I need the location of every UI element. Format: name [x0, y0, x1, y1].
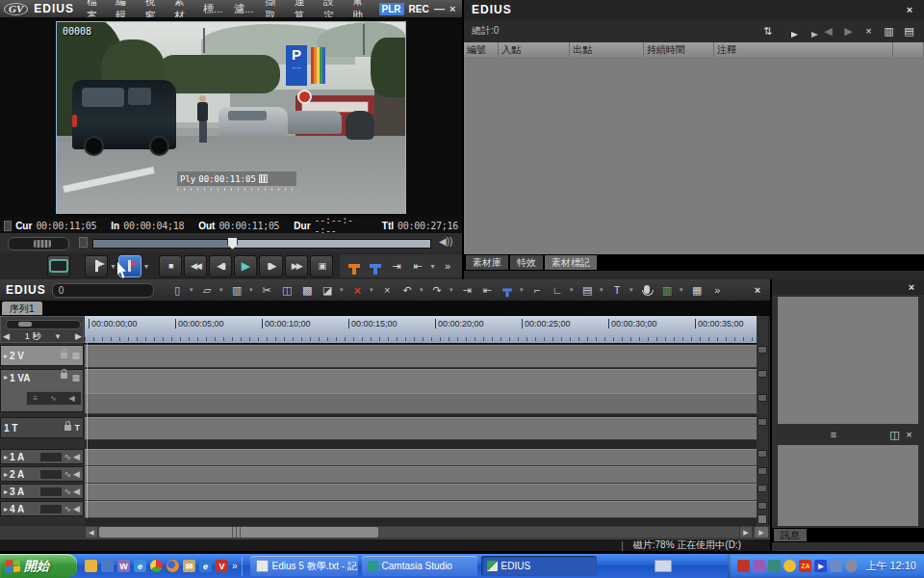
menu-filter[interactable]: 濾... — [229, 2, 258, 16]
trim-dropdown-icon[interactable]: ▾ — [568, 286, 576, 294]
taskbar-item-camtasia[interactable]: Camtasia Studio — [362, 556, 477, 576]
title-tool-button[interactable]: T — [609, 282, 626, 298]
voiceover-button[interactable] — [639, 282, 655, 298]
minimize-icon[interactable]: — — [434, 3, 446, 14]
fast-forward-button[interactable]: ▶▶ — [285, 255, 308, 277]
capture-button[interactable] — [47, 255, 70, 277]
ripple-delete-button[interactable]: × — [379, 282, 396, 298]
view-mode-icon[interactable]: ▤ — [902, 25, 916, 38]
folder-icon[interactable] — [85, 560, 97, 572]
timeline-playhead-line[interactable] — [87, 343, 88, 518]
add-to-timeline-button[interactable]: ⇥ — [459, 282, 475, 298]
track-row-2v[interactable] — [85, 345, 757, 368]
tray-messenger-icon[interactable] — [783, 560, 796, 572]
set-in-flag-button[interactable] — [85, 255, 108, 277]
tab-bin[interactable]: 素材庫 — [466, 255, 508, 270]
play-button[interactable]: ▶ — [234, 255, 257, 277]
vscroll-button[interactable] — [757, 370, 767, 378]
track-row-1t[interactable] — [85, 417, 757, 440]
zoom-slider-thumb[interactable] — [18, 322, 32, 327]
mute-solo-box-2a[interactable] — [39, 469, 63, 480]
delete-button[interactable]: × — [349, 282, 366, 298]
add-in-marker-button[interactable] — [344, 257, 365, 275]
column-number[interactable]: 編號 — [464, 42, 499, 57]
sequence-tab[interactable]: 序列1 — [2, 302, 42, 315]
lock-icon-1t[interactable] — [64, 425, 71, 431]
tray-camera-icon[interactable] — [753, 560, 765, 572]
title-track-icon[interactable]: T — [75, 423, 81, 433]
expand-icon-4a[interactable]: ▸ — [4, 505, 8, 513]
quicklaunch-more-icon[interactable]: » — [232, 561, 238, 571]
chrome-icon[interactable] — [150, 560, 163, 572]
internet-explorer-icon[interactable]: e — [134, 560, 146, 572]
vscroll-down-button[interactable] — [757, 514, 767, 524]
vscroll-button[interactable] — [757, 502, 767, 510]
firefox-icon[interactable] — [167, 560, 179, 572]
more-toolbar-icon[interactable]: » — [709, 282, 726, 298]
panel-options-icon[interactable]: ◫ — [887, 429, 902, 441]
waveform-icon-4a[interactable]: ∿ — [64, 504, 72, 513]
timeline-zoom-slider[interactable] — [6, 320, 81, 329]
track-header-2a[interactable]: ▸ 2 A ∿ ◀ — [0, 466, 84, 482]
export-button[interactable]: ▥ — [659, 282, 676, 298]
waveform-icon-2a[interactable]: ∿ — [64, 469, 72, 479]
title-dropdown-icon[interactable]: ▾ — [628, 286, 635, 294]
internet-explorer-2-icon[interactable]: e — [199, 560, 212, 572]
tab-clip-markers[interactable]: 素材標記 — [545, 255, 597, 270]
jog-slider[interactable] — [8, 237, 69, 250]
vr-app-icon[interactable]: V — [216, 560, 228, 572]
bin-close-icon[interactable]: × — [903, 4, 916, 15]
delete-dropdown-icon[interactable]: ▾ — [368, 286, 375, 294]
expand-icon[interactable]: ▸ — [4, 352, 8, 360]
mute-solo-box-4a[interactable] — [39, 504, 63, 514]
save-project-button[interactable]: ▥ — [229, 282, 245, 298]
track-panel-icon-1va[interactable]: ▦ — [71, 373, 80, 382]
previous-frame-button[interactable]: ◀▮ — [209, 255, 232, 277]
track-panel-icon[interactable]: ▦ — [71, 351, 80, 360]
timeline-search-field[interactable] — [52, 283, 154, 298]
stop-button[interactable]: ■ — [159, 255, 182, 277]
waveform-icon-3a[interactable]: ∿ — [64, 486, 72, 496]
track-1va-audio-subrow[interactable]: ≡ ∿ ◀ — [26, 391, 82, 406]
tray-zonealarm-icon[interactable]: ZA — [799, 560, 811, 572]
mixer-button[interactable]: ▦ — [689, 282, 706, 298]
tray-media-player-icon[interactable]: ▶ — [814, 560, 827, 572]
mode-button[interactable]: ⌐ — [529, 282, 546, 298]
vscroll-button[interactable] — [757, 450, 767, 458]
start-button[interactable]: 開始 — [0, 554, 77, 578]
language-bar-icon[interactable] — [654, 560, 672, 572]
hscroll-corner-button[interactable]: ▶ — [755, 527, 768, 538]
add-marker-button-tl[interactable] — [500, 282, 516, 298]
replace-button[interactable]: ◪ — [320, 282, 336, 298]
zoom-dropdown-icon[interactable]: ▾ — [56, 331, 61, 341]
hscroll-thumb[interactable] — [99, 527, 378, 538]
track-header-1va[interactable]: ▸ 1 VA ▦ ≡ ∿ ◀ — [0, 369, 84, 412]
add-marker-button[interactable] — [365, 257, 386, 275]
track-row-1va-video[interactable] — [85, 369, 757, 394]
vscroll-button[interactable] — [757, 394, 767, 402]
trim-button[interactable]: ∟ — [550, 282, 566, 298]
export-dropdown-icon[interactable]: ▾ — [678, 286, 685, 294]
rec-mode-badge[interactable]: REC — [406, 3, 432, 15]
timeline-vertical-scrollbar[interactable] — [757, 316, 768, 526]
expand-icon-3a[interactable]: ▸ — [4, 487, 8, 496]
sort-icon[interactable]: ⇅ — [760, 25, 775, 38]
export-marker-icon[interactable]: ▥ — [882, 25, 896, 38]
track-row-4a[interactable] — [85, 501, 757, 518]
tray-display-icon[interactable] — [830, 560, 842, 572]
redo-dropdown-icon[interactable]: ▾ — [448, 286, 455, 294]
timeline-horizontal-scrollbar[interactable]: ◀ ▶ ▶ — [0, 526, 770, 539]
expand-icon-1va[interactable]: ▸ — [4, 373, 8, 381]
track-row-2a[interactable] — [85, 466, 757, 484]
match-dropdown-icon[interactable]: ▾ — [598, 286, 605, 294]
media-app-icon[interactable]: W — [117, 560, 130, 572]
splitter-handle-icon[interactable]: ≡ — [780, 429, 887, 440]
add-to-bin-button[interactable]: ⇤ — [479, 282, 496, 298]
column-out[interactable]: 出點 — [570, 42, 644, 57]
seek-bar[interactable] — [92, 239, 431, 249]
taskbar-item-edius[interactable]: EDIUS — [481, 556, 597, 576]
plr-mode-badge[interactable]: PLR — [379, 3, 404, 15]
expand-icon-2a[interactable]: ▸ — [4, 470, 8, 479]
panel-clear-icon[interactable]: × — [902, 429, 916, 440]
jog-slider-thumb[interactable] — [34, 240, 51, 248]
